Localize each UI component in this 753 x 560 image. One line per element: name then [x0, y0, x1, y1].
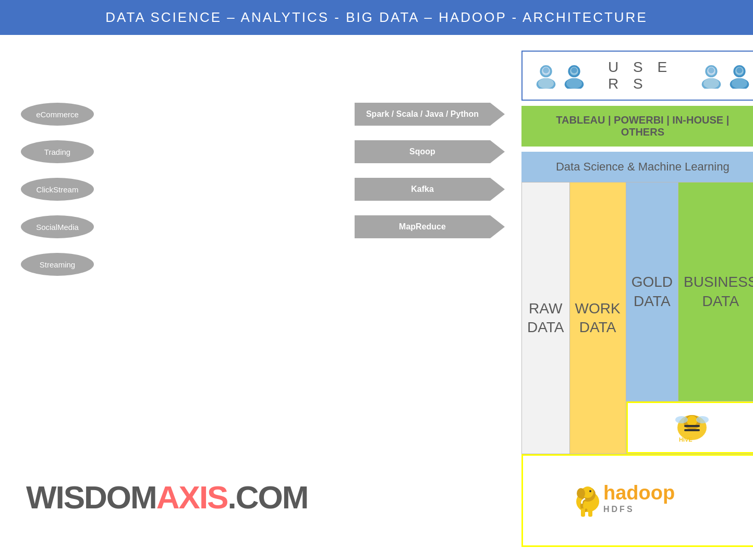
users-right-icons — [698, 63, 752, 89]
gold-data-layer: GOLDDATA — [626, 182, 678, 401]
svg-point-15 — [703, 78, 719, 89]
raw-data-layer: RAWDATA — [522, 182, 570, 454]
svg-text:HDFS: HDFS — [603, 505, 635, 514]
svg-rect-37 — [581, 508, 585, 517]
header-title: DATA SCIENCE – ANALYTICS - BIG DATA – HA… — [105, 9, 648, 25]
svg-point-3 — [538, 78, 554, 89]
svg-point-17 — [708, 67, 714, 74]
ingestion-kafka: Kafka — [355, 178, 490, 201]
source-ecommerce: eCommerce — [21, 103, 94, 126]
socialmedia-ellipse: SocialMedia — [21, 215, 94, 238]
svg-point-35 — [577, 488, 585, 498]
source-streaming: Streaming — [21, 253, 94, 276]
sources-column: eCommerce Trading ClickStream SocialMedi… — [21, 103, 94, 290]
ingestion-sqoop: Sqoop — [355, 140, 490, 163]
user-icon-4 — [726, 63, 752, 89]
business-data-layer: BUSINESSDATA — [678, 182, 753, 401]
right-section: U S E R S — [521, 51, 753, 547]
svg-point-5 — [543, 67, 549, 74]
datascience-label: Data Science & Machine Learning — [556, 160, 730, 173]
svg-text:hadoop: hadoop — [603, 482, 675, 504]
raw-data-title: RAWDATA — [527, 299, 564, 337]
hive-box: HIVE — [626, 401, 753, 454]
work-data-title: WORKDATA — [575, 299, 621, 337]
hadoop-bar: hadoop HDFS — [521, 454, 753, 547]
page-wrapper: DATA SCIENCE – ANALYTICS - BIG DATA – HA… — [0, 0, 753, 560]
trading-ellipse: Trading — [21, 140, 94, 163]
svg-text:HIVE: HIVE — [679, 436, 693, 443]
ingestion-spark: Spark / Scala / Java / Python — [355, 103, 490, 126]
users-left-icons — [533, 63, 587, 89]
user-icon-2 — [561, 63, 587, 89]
watermark: WISDOMAXIS.COM — [26, 479, 308, 516]
user-icon-1 — [533, 63, 559, 89]
header-bar: DATA SCIENCE – ANALYTICS - BIG DATA – HA… — [0, 0, 753, 35]
hive-icon: HIVE — [674, 409, 715, 446]
svg-point-36 — [589, 490, 591, 492]
mapreduce-arrow: MapReduce — [355, 215, 490, 238]
main-content: eCommerce Trading ClickStream SocialMedi… — [0, 35, 753, 557]
source-trading: Trading — [21, 140, 94, 163]
svg-point-23 — [736, 67, 743, 74]
ingestion-mapreduce: MapReduce — [355, 215, 490, 238]
business-data-title: BUSINESSDATA — [684, 273, 753, 311]
svg-point-11 — [571, 67, 577, 74]
hadoop-logo: hadoop HDFS — [569, 480, 715, 521]
source-socialmedia: SocialMedia — [21, 215, 94, 238]
tableau-row: TABLEAU | POWERBI | IN-HOUSE | OTHERS — [521, 106, 753, 147]
svg-rect-28 — [684, 429, 700, 431]
svg-point-30 — [696, 416, 709, 423]
sqoop-arrow: Sqoop — [355, 140, 490, 163]
svg-point-29 — [675, 416, 688, 423]
gold-data-title: GOLDDATA — [631, 273, 673, 311]
left-section: eCommerce Trading ClickStream SocialMedi… — [21, 51, 323, 547]
ecommerce-ellipse: eCommerce — [21, 103, 94, 126]
users-label: U S E R S — [608, 59, 677, 92]
user-icon-3 — [698, 63, 724, 89]
svg-point-26 — [687, 416, 697, 426]
work-data-layer: WORKDATA — [570, 182, 626, 454]
clickstream-ellipse: ClickStream — [21, 178, 94, 201]
svg-rect-27 — [684, 425, 700, 427]
data-layers: RAWDATA WORKDATA GOLDDATA BUSIN — [521, 182, 753, 454]
spark-arrow: Spark / Scala / Java / Python — [355, 103, 490, 126]
users-row: U S E R S — [521, 51, 753, 101]
source-clickstream: ClickStream — [21, 178, 94, 201]
svg-point-21 — [732, 78, 747, 89]
tableau-label: TABLEAU | POWERBI | IN-HOUSE | OTHERS — [556, 114, 729, 138]
svg-rect-38 — [588, 508, 592, 517]
svg-point-9 — [566, 78, 582, 89]
streaming-ellipse: Streaming — [21, 253, 94, 276]
datascience-row: Data Science & Machine Learning — [521, 152, 753, 182]
ingestion-column: Spark / Scala / Java / Python Sqoop Kafk… — [355, 103, 490, 547]
kafka-arrow: Kafka — [355, 178, 490, 201]
